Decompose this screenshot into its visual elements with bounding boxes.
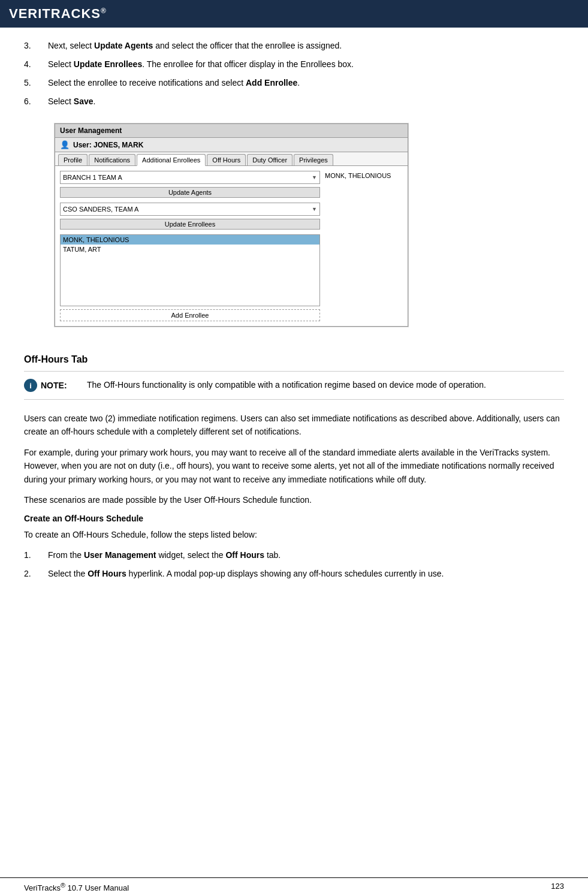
step-3-bold-1: Update Agents (94, 41, 153, 50)
para-1: Users can create two (2) immediate notif… (24, 412, 564, 439)
tab-profile[interactable]: Profile (58, 154, 88, 165)
footer: VeriTracks® 10.7 User Manual 123 (0, 877, 588, 896)
create-step-2-bold-1: Off Hours (88, 569, 126, 578)
branch-select-row: BRANCH 1 TEAM A ▼ (60, 171, 320, 184)
step-5: 5. Select the enrollee to receive notifi… (24, 77, 564, 89)
widget-tabs: Profile Notifications Additional Enrolle… (55, 152, 408, 166)
logo-sup: ® (101, 7, 107, 15)
note-text: The Off-Hours functionality is only comp… (87, 379, 564, 391)
cso-select-value: CSO SANDERS, TEAM A (63, 206, 138, 213)
enrollees-list: MONK, THELONIOUS TATUM, ART (60, 234, 320, 306)
widget-title-bar: User Management (55, 124, 408, 138)
off-hours-heading: Off-Hours Tab (24, 354, 564, 365)
para-2: For example, during your primary work ho… (24, 446, 564, 486)
create-step-1: 1. From the User Management widget, sele… (24, 549, 564, 562)
tab-privileges[interactable]: Privileges (294, 154, 333, 165)
user-management-widget: User Management 👤 User: JONES, MARK Prof… (55, 123, 408, 327)
step-6-num: 6. (24, 95, 48, 108)
tab-off-hours[interactable]: Off Hours (207, 154, 246, 165)
step-4-num: 4. (24, 58, 48, 71)
tab-notifications[interactable]: Notifications (89, 154, 135, 165)
create-step-2: 2. Select the Off Hours hyperlink. A mod… (24, 568, 564, 580)
cso-select-row: CSO SANDERS, TEAM A ▼ (60, 203, 320, 216)
step-4: 4. Select Update Enrollees. The enrollee… (24, 58, 564, 71)
create-step-1-text: From the User Management widget, select … (48, 549, 564, 562)
step-3-text: Next, select Update Agents and select th… (48, 40, 564, 52)
note-label-text: NOTE: (41, 381, 67, 390)
note-label-container: i NOTE: (24, 379, 78, 392)
widget-title: User Management (60, 126, 122, 135)
widget-screenshot: User Management 👤 User: JONES, MARK Prof… (54, 123, 409, 327)
logo-text: VERITRACKS® (9, 6, 107, 21)
tab-additional-enrollees[interactable]: Additional Enrollees (137, 154, 206, 166)
create-step-1-bold-2: Off Hours (225, 550, 264, 560)
step-6: 6. Select Save. (24, 95, 564, 108)
step-5-text: Select the enrollee to receive notificat… (48, 77, 564, 89)
create-step-1-bold-1: User Management (84, 550, 156, 560)
update-agents-button[interactable]: Update Agents (60, 187, 320, 198)
step-6-text: Select Save. (48, 95, 564, 108)
create-step-1-num: 1. (24, 549, 48, 562)
step-3-num: 3. (24, 40, 48, 52)
cso-select[interactable]: CSO SANDERS, TEAM A ▼ (60, 203, 320, 216)
enrollee-monk[interactable]: MONK, THELONIOUS (61, 235, 319, 245)
main-content: 3. Next, select Update Agents and select… (0, 28, 588, 622)
update-enrollees-button[interactable]: Update Enrollees (60, 219, 320, 230)
widget-left-panel: BRANCH 1 TEAM A ▼ Update Agents CSO SAND… (60, 171, 320, 321)
branch-select[interactable]: BRANCH 1 TEAM A ▼ (60, 171, 320, 184)
create-step-2-num: 2. (24, 568, 48, 580)
note-box: i NOTE: The Off-Hours functionality is o… (24, 371, 564, 400)
header: VERITRACKS® (0, 0, 588, 28)
tab-duty-officer[interactable]: Duty Officer (247, 154, 293, 165)
create-intro: To create an Off-Hours Schedule, follow … (24, 528, 564, 541)
widget-right-panel: MONK, THELONIOUS (325, 171, 403, 321)
user-icon: 👤 (60, 140, 70, 149)
enrollee-tatum[interactable]: TATUM, ART (61, 245, 319, 254)
step-5-bold-1: Add Enrollee (246, 78, 297, 88)
widget-user-bar: 👤 User: JONES, MARK (55, 138, 408, 152)
cso-select-arrow: ▼ (312, 206, 317, 212)
note-icon: i (24, 379, 37, 392)
add-enrollee-button[interactable]: Add Enrollee (60, 309, 320, 321)
widget-user-label: User: JONES, MARK (73, 141, 143, 149)
step-3: 3. Next, select Update Agents and select… (24, 40, 564, 52)
create-heading: Create an Off-Hours Schedule (24, 514, 564, 523)
footer-left: VeriTracks® 10.7 User Manual (24, 882, 129, 892)
right-label: MONK, THELONIOUS (325, 172, 403, 179)
step-6-bold-1: Save (74, 96, 94, 106)
para-3: These scenarios are made possible by the… (24, 493, 564, 506)
footer-sup: ® (61, 882, 65, 889)
branch-select-value: BRANCH 1 TEAM A (63, 174, 122, 181)
step-5-num: 5. (24, 77, 48, 89)
footer-page-number: 123 (551, 882, 564, 892)
step-4-text: Select Update Enrollees. The enrollee fo… (48, 58, 564, 71)
branch-select-arrow: ▼ (312, 174, 317, 180)
step-4-bold-1: Update Enrollees (74, 59, 142, 69)
widget-body: BRANCH 1 TEAM A ▼ Update Agents CSO SAND… (55, 166, 408, 326)
logo: VERITRACKS® (9, 6, 107, 22)
create-step-2-text: Select the Off Hours hyperlink. A modal … (48, 568, 564, 580)
